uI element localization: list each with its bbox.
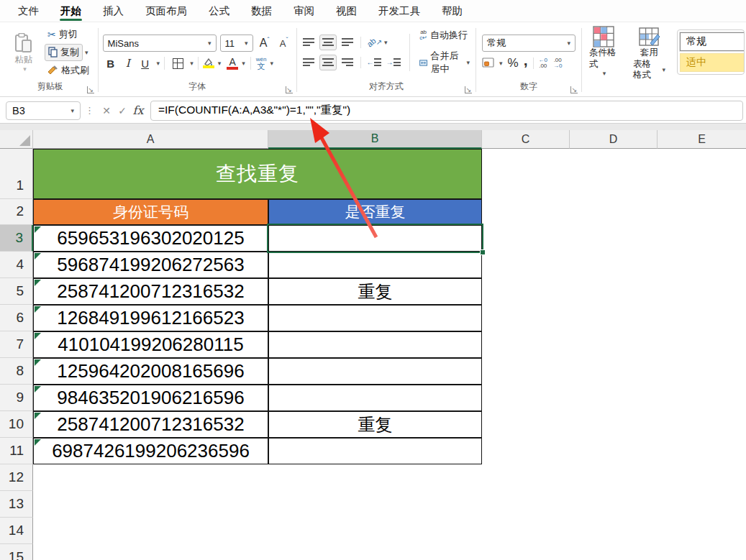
menu-developer[interactable]: 开发工具	[368, 0, 431, 22]
row-header-11[interactable]: 11	[0, 438, 33, 464]
column-header-d[interactable]: D	[570, 130, 658, 149]
underline-dropdown-icon[interactable]: ▾	[157, 60, 160, 67]
copy-dropdown-icon[interactable]: ▾	[85, 49, 88, 56]
cell-a6[interactable]: 126849199612166523	[33, 305, 268, 331]
borders-button[interactable]	[169, 55, 186, 71]
row-header-6[interactable]: 6	[0, 305, 33, 331]
row-header-12[interactable]: 12	[0, 464, 33, 491]
comma-style-button[interactable]: ,	[524, 52, 528, 69]
menu-insert[interactable]: 插入	[92, 0, 135, 22]
number-format-combo[interactable]: 常规 ▾	[482, 35, 576, 52]
cell-style-normal[interactable]: 常规	[680, 32, 745, 51]
font-size-combo[interactable]: 11 ▾	[220, 35, 253, 52]
fill-color-dropdown-icon[interactable]: ▾	[218, 60, 222, 67]
align-right-button[interactable]	[339, 55, 356, 70]
cell-b4[interactable]	[268, 252, 482, 278]
cell-b6[interactable]	[268, 305, 482, 331]
align-center-button[interactable]	[319, 55, 337, 70]
column-header-b[interactable]: B	[268, 130, 482, 149]
row-header-15[interactable]: 15	[0, 544, 33, 560]
cell-a5[interactable]: 258741200712316532	[33, 278, 268, 305]
phonetic-guide-button[interactable]: wén 文	[256, 57, 267, 70]
merge-center-button[interactable]: 合并后居中 ▾	[417, 48, 473, 77]
accounting-format-icon[interactable]	[482, 58, 494, 68]
cell-a10[interactable]: 258741200712316532	[33, 411, 268, 438]
dup-column-header-cell[interactable]: 是否重复	[268, 199, 482, 225]
cell-a3[interactable]: 659653196302020125	[33, 225, 268, 252]
wrap-text-button[interactable]: ab c↵ 自动换行	[417, 27, 473, 43]
cell-style-neutral[interactable]: 适中	[680, 53, 745, 72]
insert-function-button[interactable]: fx	[130, 103, 146, 119]
decrease-decimal-button[interactable]: .00 →0	[553, 58, 562, 69]
bottom-align-button[interactable]	[339, 35, 356, 50]
id-column-header-cell[interactable]: 身份证号码	[33, 199, 268, 225]
fill-handle[interactable]	[480, 249, 486, 255]
formula-input[interactable]: =IF(COUNTIF(A:A,A3&"*")=1,"","重复")	[150, 101, 743, 121]
row-header-7[interactable]: 7	[0, 331, 33, 358]
cell-b5[interactable]: 重复	[268, 278, 482, 305]
number-dialog-launcher[interactable]: ↘	[570, 86, 578, 93]
menu-review[interactable]: 审阅	[283, 0, 325, 22]
formula-bar-handle[interactable]: ⋮	[85, 105, 94, 116]
cell-a8[interactable]: 125964202008165696	[33, 358, 268, 385]
row-header-10[interactable]: 10	[0, 411, 33, 438]
cell-a11[interactable]: 6987426199206236596	[33, 438, 268, 464]
menu-data[interactable]: 数据	[240, 0, 283, 22]
increase-indent-button[interactable]: →	[385, 55, 402, 70]
phonetic-dropdown-icon[interactable]: ▾	[270, 60, 273, 67]
cut-button[interactable]: ✂ 剪切	[45, 27, 92, 42]
menu-view[interactable]: 视图	[325, 0, 368, 22]
alignment-dialog-launcher[interactable]: ↘	[465, 86, 472, 93]
orientation-button[interactable]: ab ↗ ▾	[365, 35, 390, 50]
italic-button[interactable]: I	[120, 55, 136, 71]
row-header-8[interactable]: 8	[0, 358, 33, 385]
bold-button[interactable]: B	[103, 55, 119, 71]
format-as-table-button[interactable]: 套用 表格格式 ▾	[629, 24, 670, 81]
select-all-corner[interactable]	[0, 130, 33, 149]
copy-button[interactable]: 复制	[45, 44, 83, 61]
conditional-formatting-button[interactable]: 条件格式 ▾	[585, 24, 622, 78]
row-header-14[interactable]: 14	[0, 518, 33, 544]
underline-button[interactable]: U	[137, 55, 153, 71]
font-name-combo[interactable]: MiSans ▾	[103, 35, 217, 52]
cell-b7[interactable]	[268, 331, 482, 358]
middle-align-button[interactable]	[319, 35, 337, 50]
font-color-dropdown-icon[interactable]: ▾	[242, 60, 245, 67]
accounting-dropdown-icon[interactable]: ▾	[499, 60, 503, 67]
percent-style-button[interactable]: %	[508, 56, 519, 70]
cell-a4[interactable]: 596874199206272563	[33, 252, 268, 278]
cancel-button[interactable]: ✕	[99, 103, 114, 119]
menu-help[interactable]: 帮助	[431, 0, 473, 22]
font-color-button[interactable]: A	[227, 58, 238, 70]
align-left-button[interactable]	[300, 55, 317, 70]
column-header-a[interactable]: A	[33, 130, 268, 149]
cell-b9[interactable]	[268, 385, 482, 411]
format-painter-button[interactable]: 格式刷	[45, 63, 92, 78]
name-box[interactable]: B3 ▾	[6, 101, 81, 120]
menu-page-layout[interactable]: 页面布局	[135, 0, 198, 22]
row-header-13[interactable]: 13	[0, 491, 33, 518]
row-header-5[interactable]: 5	[0, 278, 33, 305]
decrease-indent-button[interactable]: ←	[365, 55, 383, 70]
row-header-3[interactable]: 3	[0, 225, 33, 252]
menu-home[interactable]: 开始	[50, 0, 92, 22]
font-dialog-launcher[interactable]: ↘	[286, 86, 293, 93]
top-align-button[interactable]	[300, 35, 317, 50]
grow-font-button[interactable]: Aˆ	[257, 35, 273, 51]
row-header-9[interactable]: 9	[0, 385, 33, 411]
menu-formulas[interactable]: 公式	[198, 0, 240, 22]
increase-decimal-button[interactable]: ←0 .00	[539, 58, 547, 69]
enter-button[interactable]: ✓	[114, 103, 130, 119]
cell-a7[interactable]: 410104199206280115	[33, 331, 268, 358]
column-header-e[interactable]: E	[658, 130, 746, 149]
title-cell[interactable]: 查找重复	[33, 149, 482, 199]
cell-b11[interactable]	[268, 438, 482, 464]
clipboard-dialog-launcher[interactable]: ↘	[87, 86, 94, 93]
row-header-1[interactable]: 1	[0, 149, 33, 199]
cell-b8[interactable]	[268, 358, 482, 385]
merge-dropdown-icon[interactable]: ▾	[467, 59, 470, 66]
row-header-2[interactable]: 2	[0, 199, 33, 225]
menu-file[interactable]: 文件	[7, 0, 50, 22]
fill-color-button[interactable]	[203, 58, 214, 68]
row-header-4[interactable]: 4	[0, 252, 33, 278]
